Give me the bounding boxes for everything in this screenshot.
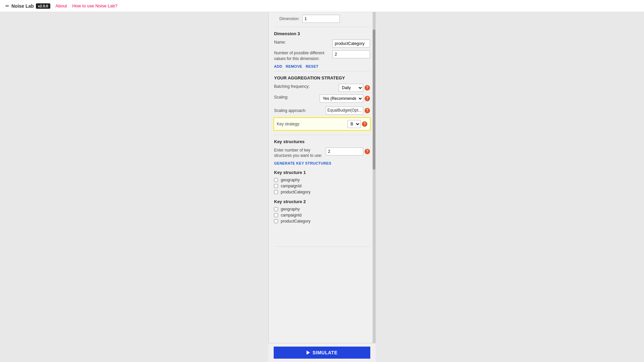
scaling-approach-value: EqualBudget(Opt... [326,107,363,115]
dimension3-count-input-area [332,50,370,58]
ks1-campaignid-checkbox[interactable] [274,184,278,188]
pencil-icon: ✏ [5,3,9,9]
ks2-campaignid-checkbox[interactable] [274,213,278,217]
top-navigation: ✏ Noise Lab v2.0.0 About How to use Nois… [0,0,644,12]
ks1-geography-checkbox[interactable] [274,178,278,182]
dimension3-title: Dimension 3 [274,31,370,36]
simulate-button[interactable]: SIMULATE [274,347,370,359]
generate-key-structures-link[interactable]: GENERATE KEY STRUCTURES [274,161,370,165]
reset-link[interactable]: RESET [306,64,318,68]
key-structures-count-label: Enter number of key structures you want … [274,147,323,159]
dimension3-count-label: Number of possible different values for … [274,50,330,62]
add-link[interactable]: ADD [274,64,282,68]
aggregation-section: YOUR AGGREGATION STRATEGY Batching frequ… [274,71,370,135]
ks1-productcategory-label: productCategory [281,190,311,194]
howto-link[interactable]: How to use Noise Lab? [72,3,117,8]
key-strategy-row: Key strategy: A B C ? [273,117,371,131]
simulate-label: SIMULATE [313,350,338,355]
key-structures-count-area: ? [326,147,370,156]
key-strategy-select[interactable]: A B C [347,120,361,128]
key-strategy-input-area: A B C ? [347,120,367,128]
scroll-area[interactable]: Dimension: Dimension 3 Name: Number of [269,12,375,342]
key-structures-count-input[interactable] [326,147,363,156]
scaling-label: Scaling: [274,95,317,100]
ks1-productcategory-checkbox[interactable] [274,190,278,194]
scaling-help-icon[interactable]: ? [365,96,370,101]
simulate-bar: SIMULATE [268,343,376,362]
scaling-input-area: Yes (Recommended) No ? [320,95,370,103]
key-structure-1-title: Key structure 1 [274,170,370,175]
dimension3-name-input[interactable] [332,40,370,48]
batching-select[interactable]: Daily Weekly Monthly [339,84,363,92]
play-icon [307,351,310,355]
ks2-productcategory-row: productCategory [274,219,370,224]
key-structure-1-checkboxes: geography campaignId productCategory [274,178,370,194]
dimension-top-input[interactable] [302,15,340,23]
scaling-approach-help-icon[interactable]: ? [365,108,370,113]
dimension3-section: Dimension 3 Name: Number of possible dif… [274,27,370,71]
key-structures-count-row: Enter number of key structures you want … [274,147,370,159]
key-strategy-label: Key strategy: [277,122,345,126]
app-logo: ✏ Noise Lab v2.0.0 [5,3,50,9]
main-wrapper: Dimension: Dimension 3 Name: Number of [0,12,644,362]
key-strategy-container: Key strategy: A B C ? 3. [274,117,370,131]
batching-help-icon[interactable]: ? [365,85,370,90]
ks2-geography-checkbox[interactable] [274,207,278,211]
ks1-campaignid-label: campaignId [281,184,302,188]
bottom-spacer [274,224,370,244]
ks2-geography-label: geography [281,207,300,212]
dimension-top-partial: Dimension: [274,12,370,27]
key-structure-2-title: Key structure 2 [274,199,370,204]
batching-label: Batching frequency: [274,84,336,89]
ks2-campaignid-label: campaignId [281,213,302,218]
ks2-geography-row: geography [274,207,370,212]
version-badge: v2.0.0 [36,3,50,9]
ks1-productcategory-row: productCategory [274,190,370,194]
dimension-top-row: Dimension: [279,15,365,23]
dimension3-links-row: ADD REMOVE RESET [274,64,370,68]
aggregation-title: YOUR AGGREGATION STRATEGY [274,75,370,80]
remove-link[interactable]: REMOVE [286,64,302,68]
key-structures-help-icon[interactable]: ? [365,149,370,154]
ks2-campaignid-row: campaignId [274,213,370,218]
about-link[interactable]: About [56,3,67,8]
batching-row: Batching frequency: Daily Weekly Monthly… [274,84,370,92]
key-structure-1-block: Key structure 1 geography campaignId [274,170,370,194]
batching-input-area: Daily Weekly Monthly ? [339,84,370,92]
app-name: Noise Lab [11,3,34,9]
ks1-geography-label: geography [281,178,300,182]
dimension3-count-input[interactable] [332,50,370,58]
key-strategy-help-icon[interactable]: ? [362,121,367,127]
center-panel: Dimension: Dimension 3 Name: Number of [268,12,376,362]
scaling-select[interactable]: Yes (Recommended) No [320,95,363,103]
ks2-productcategory-checkbox[interactable] [274,219,278,223]
dimension-top-label: Dimension: [279,16,300,21]
content-inner: Dimension: Dimension 3 Name: Number of [269,12,375,253]
key-structures-section: Key structures Enter number of key struc… [274,135,370,247]
dimension3-name-row: Name: [274,40,370,48]
ks2-productcategory-label: productCategory [281,219,311,224]
ks1-campaignid-row: campaignId [274,184,370,188]
scaling-approach-label: Scaling approach: [274,108,323,113]
key-structure-2-block: Key structure 2 geography campaignId [274,199,370,224]
dimension3-name-label: Name: [274,40,330,45]
key-structures-title: Key structures [274,139,370,144]
dimension3-count-row: Number of possible different values for … [274,50,370,62]
key-structure-2-checkboxes: geography campaignId productCategory [274,207,370,224]
scaling-approach-row: Scaling approach: EqualBudget(Opt... ? [274,105,370,116]
ks1-geography-row: geography [274,178,370,182]
scaling-row: Scaling: Yes (Recommended) No ? [274,95,370,103]
dimension3-name-input-area [332,40,370,48]
